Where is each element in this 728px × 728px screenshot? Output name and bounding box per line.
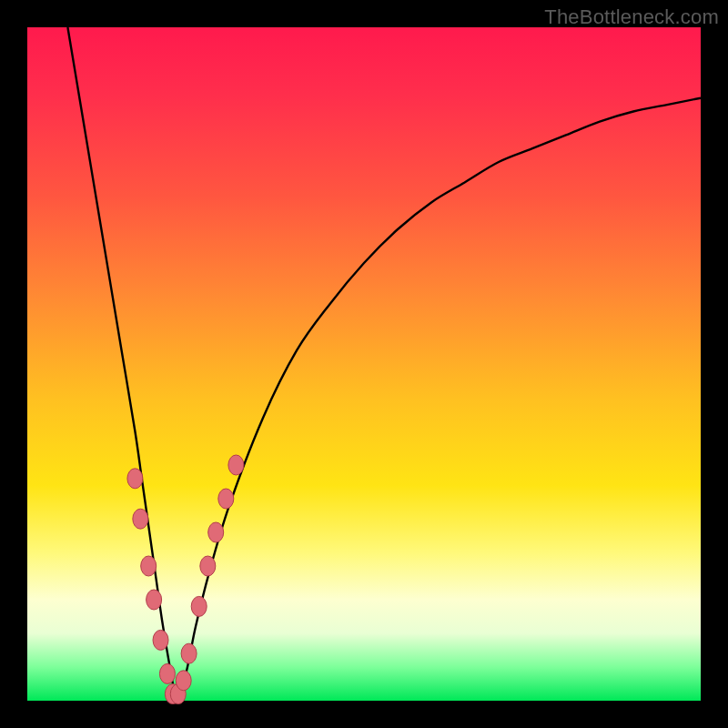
- curve-marker: [200, 556, 216, 576]
- curve-marker: [228, 455, 244, 475]
- chart-frame: TheBottleneck.com: [0, 0, 728, 728]
- curve-marker: [176, 671, 191, 691]
- curve-marker: [147, 590, 162, 610]
- curve-marker: [141, 556, 157, 576]
- plot-area: [27, 27, 701, 701]
- curve-svg: [27, 27, 701, 701]
- curve-marker: [218, 489, 234, 509]
- curve-marker: [133, 509, 148, 529]
- curve-marker: [181, 643, 197, 663]
- bottleneck-curve: [67, 27, 701, 695]
- curve-marker: [127, 469, 143, 489]
- curve-marker: [191, 596, 207, 616]
- curve-marker: [208, 522, 224, 542]
- curve-marker: [153, 630, 168, 650]
- curve-marker: [159, 663, 175, 683]
- watermark-text: TheBottleneck.com: [544, 5, 719, 29]
